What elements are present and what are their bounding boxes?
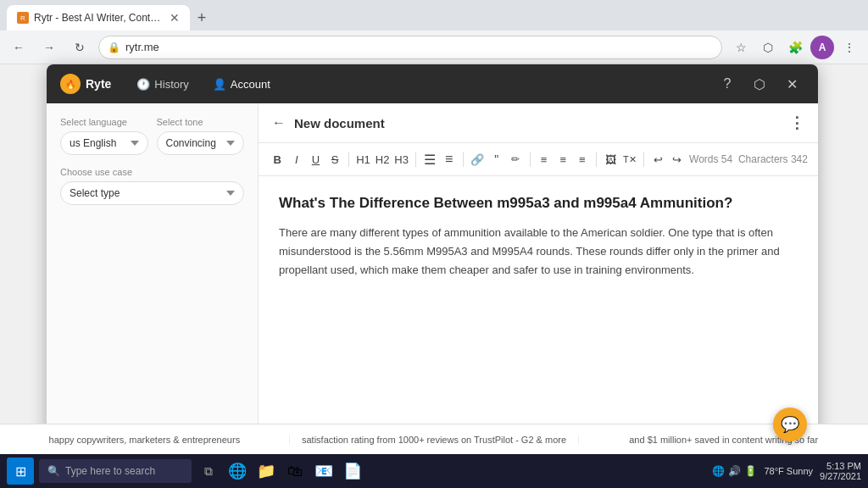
editor-body[interactable]: What's The Difference Between m995a3 and… — [259, 176, 818, 459]
doc-title: New document — [294, 116, 781, 130]
app-body: Select language us English uk English Fr… — [47, 103, 818, 459]
search-placeholder: Type here to search — [65, 465, 155, 477]
address-bar[interactable]: 🔒 rytr.me — [98, 36, 722, 59]
taskbar-right: 🌐 🔊 🔋 78°F Sunny 5:13 PM 9/27/2021 — [712, 461, 861, 481]
divider-3 — [463, 152, 464, 167]
taskbar-search[interactable]: 🔍 Type here to search — [39, 459, 192, 483]
systray: 🌐 🔊 🔋 — [712, 465, 757, 477]
external-link-button[interactable]: ⬡ — [747, 71, 772, 97]
divider-6 — [643, 152, 644, 167]
language-label: Select language — [60, 117, 148, 127]
italic-button[interactable]: I — [288, 148, 306, 170]
align-right-button[interactable]: ≡ — [574, 148, 592, 170]
tab-favicon: R — [17, 12, 29, 24]
type-select[interactable]: Select type Blog Post Email Ad Copy — [60, 181, 244, 205]
search-icon: 🔍 — [47, 465, 60, 477]
strikethrough-button[interactable]: S — [326, 148, 344, 170]
h2-button[interactable]: H2 — [374, 148, 392, 170]
promo-item-3: and $1 million+ saved in content writing… — [579, 435, 868, 445]
weather-text: 78°F Sunny — [764, 466, 813, 476]
app-header-right: ? ⬡ ✕ — [715, 71, 804, 97]
clear-button[interactable]: T✕ — [620, 148, 638, 170]
word-icon[interactable]: 📄 — [341, 459, 364, 483]
tab-title: Rytr - Best AI Writer, Content G... — [34, 12, 161, 24]
url-text: rytr.me — [125, 41, 159, 53]
taskbar: ⊞ 🔍 Type here to search ⧉ 🌐 📁 🛍 📧 📄 🌐 🔊 … — [0, 454, 868, 488]
sidebar: Select language us English uk English Fr… — [47, 103, 259, 459]
nav-history[interactable]: 🕐 History — [125, 64, 200, 103]
main-content: ← New document ⋮ B I U S H1 H2 H3 ☰ ≡ 🔗 … — [259, 103, 818, 459]
tone-label: Select tone — [157, 117, 245, 127]
app-header: 🔥 Ryte 🕐 History 👤 Account ? ⬡ ✕ — [47, 64, 818, 103]
word-count: Words 54 Characters 342 — [689, 153, 808, 165]
nav-history-label: History — [154, 78, 188, 91]
link-button[interactable]: 🔗 — [469, 148, 487, 170]
edge-icon[interactable]: 🌐 — [225, 459, 249, 483]
ordered-list-button[interactable]: ≡ — [440, 148, 458, 170]
language-col: Select language us English uk English Fr… — [60, 117, 148, 155]
store-icon[interactable]: 🛍 — [283, 459, 307, 483]
divider-4 — [530, 152, 531, 167]
promo-item-2: satisfaction rating from 1000+ reviews o… — [290, 435, 580, 445]
forward-button[interactable]: → — [37, 36, 61, 59]
taskview-button[interactable]: ⧉ — [197, 459, 220, 483]
article-title: What's The Difference Between m995a3 and… — [279, 193, 798, 214]
browser-toolbar: ← → ↻ 🔒 rytr.me ☆ ⬡ 🧩 A ⋮ — [0, 30, 868, 64]
tab-close-button[interactable]: ✕ — [170, 11, 180, 25]
logo-icon: 🔥 — [60, 74, 81, 94]
promo-item-1: happy copywriters, marketers & entrepren… — [0, 435, 290, 445]
explorer-icon[interactable]: 📁 — [254, 459, 278, 483]
date-display: 9/27/2021 — [820, 471, 861, 481]
active-tab[interactable]: R Rytr - Best AI Writer, Content G... ✕ — [7, 5, 190, 30]
new-tab-button[interactable]: + — [190, 6, 214, 30]
align-center-button[interactable]: ≡ — [554, 148, 572, 170]
extension-icon[interactable]: ⬡ — [756, 36, 780, 59]
use-case-group: Choose use case Select type Blog Post Em… — [60, 167, 244, 205]
image-button[interactable]: 🖼 — [602, 148, 620, 170]
underline-button[interactable]: U — [307, 148, 325, 170]
start-button[interactable]: ⊞ — [7, 458, 34, 485]
menu-icon[interactable]: ⋮ — [837, 36, 861, 59]
star-icon[interactable]: ☆ — [729, 36, 753, 59]
refresh-button[interactable]: ↻ — [68, 36, 92, 59]
editor-toolbar: B I U S H1 H2 H3 ☰ ≡ 🔗 " ✏ ≡ ≡ ≡ � — [259, 143, 818, 176]
align-left-button[interactable]: ≡ — [535, 148, 553, 170]
doc-header: ← New document ⋮ — [259, 103, 818, 143]
profile-icon[interactable]: A — [810, 36, 834, 59]
browser-tabs: R Rytr - Best AI Writer, Content G... ✕ … — [0, 0, 868, 30]
undo-button[interactable]: ↩ — [649, 148, 667, 170]
browser-icons: ☆ ⬡ 🧩 A ⋮ — [729, 36, 861, 59]
language-select[interactable]: us English uk English French German — [60, 131, 148, 155]
tone-select[interactable]: Convincing Casual Formal Inspirational — [157, 131, 245, 155]
browser-chrome: R Rytr - Best AI Writer, Content G... ✕ … — [0, 0, 868, 64]
article-body: There are many different types of ammuni… — [279, 224, 798, 280]
clock: 5:13 PM 9/27/2021 — [820, 461, 861, 481]
chat-bubble-button[interactable]: 💬 — [773, 408, 807, 441]
extensions-icon[interactable]: 🧩 — [783, 36, 807, 59]
battery-icon[interactable]: 🔋 — [744, 465, 757, 477]
h1-button[interactable]: H1 — [354, 148, 372, 170]
time-display: 5:13 PM — [820, 461, 861, 471]
network-icon[interactable]: 🌐 — [712, 465, 725, 477]
history-icon: 🕐 — [136, 78, 150, 91]
back-button[interactable]: ← — [272, 115, 286, 130]
redo-button[interactable]: ↪ — [668, 148, 686, 170]
quote-button[interactable]: " — [487, 148, 505, 170]
app-name: Ryte — [86, 77, 111, 91]
unordered-list-button[interactable]: ☰ — [421, 148, 439, 170]
highlight-button[interactable]: ✏ — [507, 148, 525, 170]
use-case-label: Choose use case — [60, 167, 244, 177]
outlook-icon[interactable]: 📧 — [312, 459, 336, 483]
app-logo: 🔥 Ryte — [60, 74, 111, 94]
security-icon: 🔒 — [108, 42, 120, 53]
bold-button[interactable]: B — [269, 148, 287, 170]
nav-account[interactable]: 👤 Account — [201, 64, 282, 103]
speaker-icon[interactable]: 🔊 — [728, 465, 741, 477]
h3-button[interactable]: H3 — [392, 148, 410, 170]
help-button[interactable]: ? — [715, 71, 740, 97]
divider-2 — [415, 152, 416, 167]
tone-col: Select tone Convincing Casual Formal Ins… — [157, 117, 245, 155]
back-button[interactable]: ← — [7, 36, 31, 59]
doc-menu-button[interactable]: ⋮ — [789, 114, 804, 132]
close-button[interactable]: ✕ — [779, 71, 804, 97]
